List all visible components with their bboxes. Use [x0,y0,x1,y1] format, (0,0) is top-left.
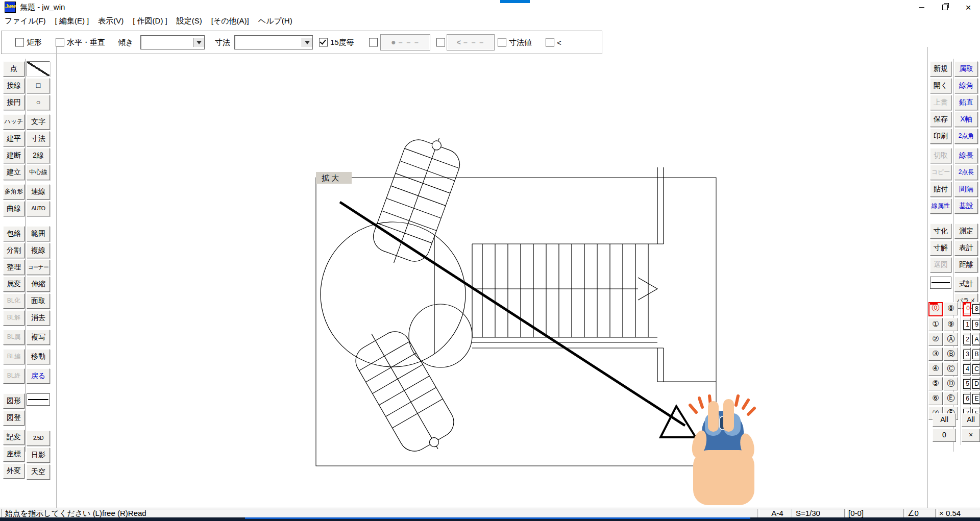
right-tool-button-寸化[interactable]: 寸化 [930,224,951,239]
right-tool-button-間隔[interactable]: 間隔 [954,182,978,197]
slope-value[interactable] [141,41,193,44]
left-tool-button-消去[interactable]: 消去 [27,310,50,326]
slope-combobox[interactable] [140,35,205,49]
layer-button-Ⓑ[interactable]: Ⓑ [944,348,958,361]
layer-all-button[interactable]: All [933,413,956,427]
layer-zero-button[interactable]: 0 [933,429,956,442]
layer-group-button-5[interactable]: 5 [963,377,971,390]
right-tool-linetype-preview[interactable] [930,277,951,289]
left-tool-button-□[interactable]: □ [27,78,50,93]
right-tool-button-上書[interactable]: 上書 [930,95,951,110]
left-tool-button-○[interactable]: ○ [27,95,50,110]
dimension-dropdown-button[interactable] [302,38,312,47]
menu-other[interactable]: [その他(A)] [207,16,254,26]
layer-button-③[interactable]: ③ [928,348,943,361]
left-tool-button-複写[interactable]: 複写 [27,330,50,345]
right-tool-button-コピー[interactable]: コピー [930,165,951,180]
menu-edit[interactable]: [ 編集(E) ] [51,16,94,26]
left-tool-button-建平[interactable]: 建平 [3,131,24,146]
layer-group-button-6[interactable]: 6 [963,392,971,405]
left-tool-button-BL化[interactable]: BL化 [3,293,24,309]
left-tool-button-2線[interactable]: 2線 [27,148,50,163]
right-tool-button-貼付[interactable]: 貼付 [930,182,951,197]
layer-x-button[interactable]: × [962,429,980,442]
left-tool-button-中心線[interactable]: 中心線 [27,165,50,180]
left-tool-button-外変[interactable]: 外変 [3,463,24,479]
dimension-value[interactable] [235,41,302,44]
layer-group-button-8[interactable]: 8 [972,302,980,315]
layer-group-button-2[interactable]: 2 [963,333,971,346]
restore-button[interactable] [933,0,957,14]
left-tool-button-連線[interactable]: 連線 [27,184,50,200]
left-tool-button-移動[interactable]: 移動 [27,349,50,364]
deg15-checkbox[interactable] [319,38,328,47]
layer-group-all-button[interactable]: All [962,413,980,427]
layer-button-①[interactable]: ① [928,318,943,331]
right-tool-button-寸解[interactable]: 寸解 [930,240,951,256]
scale-button[interactable]: S=1/30 [792,509,847,518]
left-tool-button-範囲[interactable]: 範囲 [27,226,50,241]
left-tool-button-記変[interactable]: 記変 [3,430,24,445]
layer-button-Ⓐ[interactable]: Ⓐ [944,333,958,346]
left-tool-button-AUTO[interactable]: AUTO [27,201,50,216]
menu-settings[interactable]: 設定(S) [172,16,207,26]
right-tool-button-保存[interactable]: 保存 [930,112,951,127]
left-tool-button-2.5D[interactable]: 2.5D [27,431,50,446]
layer-button-⓪[interactable]: ⓪ [928,302,943,316]
angle-indicator[interactable]: ∠0 [903,509,938,518]
dot-line-checkbox[interactable] [369,38,378,47]
right-tool-button-X軸[interactable]: X軸 [954,112,978,127]
left-tool-button-接線[interactable]: 接線 [3,78,24,93]
right-tool-button-式計[interactable]: 式計 [954,277,978,292]
left-tool-linetype-preview[interactable] [27,393,50,406]
left-tool-button-複線[interactable]: 複線 [27,243,50,258]
layer-group-button-C[interactable]: C [972,362,980,376]
right-tool-button-2点長[interactable]: 2点長 [954,165,978,180]
dimvalue-checkbox[interactable] [498,38,506,47]
left-tool-button-BL編[interactable]: BL編 [3,349,24,364]
layer-button-④[interactable]: ④ [928,362,943,376]
layer-group-button-0[interactable]: 0 [963,302,971,316]
left-tool-button-多角形[interactable]: 多角形 [3,184,24,200]
right-tool-button-印刷[interactable]: 印刷 [930,129,951,144]
slope-dropdown-button[interactable] [193,38,204,47]
left-tool-button-line-tool[interactable] [27,61,50,77]
right-tool-button-2点角[interactable]: 2点角 [954,129,978,144]
layer-button-⑥[interactable]: ⑥ [928,392,943,405]
paper-size-button[interactable]: A-4 [757,509,794,518]
lt-checkbox[interactable] [546,38,554,47]
layer-group-button-E[interactable]: E [972,392,980,405]
right-tool-button-距離[interactable]: 距離 [954,257,978,272]
left-tool-button-曲線[interactable]: 曲線 [3,201,24,216]
right-tool-button-新規[interactable]: 新規 [930,61,951,77]
right-tool-button-表計[interactable]: 表計 [954,240,978,256]
right-tool-button-基設[interactable]: 基設 [954,199,978,214]
left-tool-button-座標[interactable]: 座標 [3,446,24,462]
right-tool-button-線属性[interactable]: 線属性 [930,199,951,214]
right-tool-button-線長[interactable]: 線長 [954,148,978,163]
left-tool-button-ハッチ[interactable]: ハッチ [3,114,24,130]
rectangle-checkbox[interactable] [15,38,24,47]
drawing-canvas[interactable] [57,47,927,508]
left-tool-button-建断[interactable]: 建断 [3,148,24,163]
right-tool-button-鉛直[interactable]: 鉛直 [954,95,978,110]
menu-help[interactable]: ヘルプ(H) [254,16,297,26]
layer-group-button-4[interactable]: 4 [963,362,971,376]
layer-button-Ⓓ[interactable]: Ⓓ [944,377,958,390]
close-button[interactable]: × [957,0,980,14]
layer-group-button-D[interactable]: D [972,377,980,390]
layer-group-button-B[interactable]: B [972,348,980,361]
right-tool-button-属取[interactable]: 属取 [954,61,978,77]
left-tool-button-BL終[interactable]: BL終 [3,368,24,384]
menu-draw[interactable]: [ 作図(D) ] [128,16,172,26]
right-tool-button-開く[interactable]: 開く [930,78,951,93]
layer-button-Ⓔ[interactable]: Ⓔ [944,392,958,405]
left-tool-button-日影[interactable]: 日影 [27,448,50,463]
layer-group-button-9[interactable]: 9 [972,318,980,331]
left-tool-button-BL属[interactable]: BL属 [3,330,24,345]
left-tool-button-戻る[interactable]: 戻る [27,368,50,384]
left-tool-button-天空[interactable]: 天空 [27,464,50,480]
left-tool-button-文字[interactable]: 文字 [27,114,50,130]
left-tool-button-接円[interactable]: 接円 [3,95,24,110]
left-tool-button-伸縮[interactable]: 伸縮 [27,277,50,292]
